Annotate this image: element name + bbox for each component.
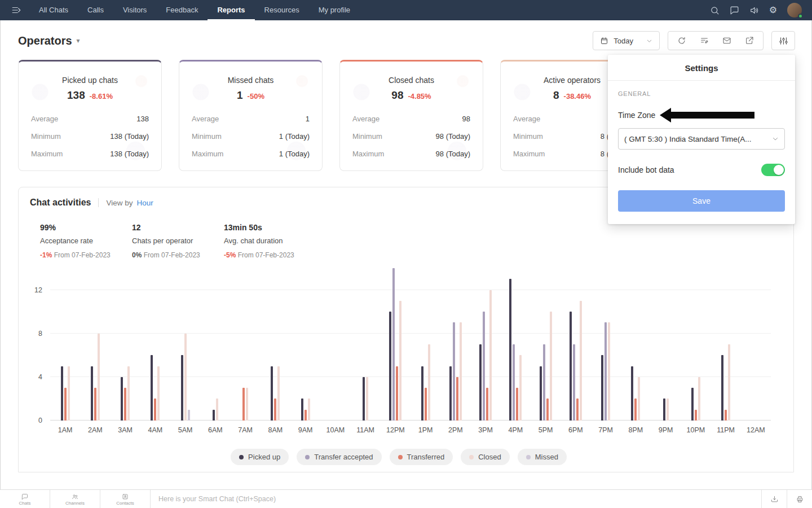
bar-transferred [154, 398, 156, 421]
bar-group-7pm [591, 268, 621, 421]
printer-button[interactable] [787, 490, 812, 508]
nav-item-my-profile[interactable]: My profile [309, 0, 360, 20]
stat-card-closed-chats: Closed chats 98 -4.85% Average 98 Minimu… [339, 60, 483, 171]
card-row-value: 98 (Today) [436, 150, 470, 158]
email-button[interactable] [716, 32, 738, 50]
card-delta: -50% [248, 92, 264, 100]
bar-closed [127, 366, 130, 421]
card-value: 138 [67, 89, 85, 102]
legend-closed[interactable]: Closed [461, 449, 509, 465]
report-selector[interactable]: Operators ▾ [18, 34, 80, 47]
kpi-delta: -1% From 07-Feb-2023 [40, 251, 132, 259]
save-button[interactable]: Save [618, 190, 785, 212]
bar-transferred [242, 388, 245, 421]
bar-closed [98, 334, 100, 421]
x-tick-label: 11PM [711, 426, 741, 434]
x-tick-label: 1PM [411, 426, 440, 434]
speaker-icon[interactable] [749, 6, 759, 15]
date-filter-button[interactable]: Today [593, 31, 660, 50]
x-tick-label: 12AM [741, 426, 771, 434]
refresh-button[interactable] [670, 32, 693, 50]
include-bot-data-toggle[interactable] [761, 164, 785, 176]
legend-missed[interactable]: Missed [518, 449, 567, 465]
bar-group-8am [261, 268, 290, 421]
nav-item-feedback[interactable]: Feedback [156, 0, 208, 20]
timezone-select[interactable]: ( GMT 5:30 ) India Standard Time(A... [618, 128, 785, 150]
chat-icon[interactable] [730, 6, 739, 15]
bottombar-tab-chats[interactable]: Chats [0, 490, 50, 508]
view-by-hour-link[interactable]: Hour [137, 199, 153, 207]
nav-item-visitors[interactable]: Visitors [113, 0, 156, 20]
bar-picked-up [151, 355, 153, 421]
bar-picked-up [721, 355, 723, 421]
card-row: Maximum 138 (Today) [31, 150, 149, 158]
bottombar-tab-channels[interactable]: Channels [50, 490, 100, 508]
chevron-down-icon: ▾ [77, 37, 80, 45]
kpi-delta-value: -5% [224, 251, 236, 259]
bar-group-11pm [711, 268, 741, 421]
bar-group-10pm [681, 268, 710, 421]
bar-transfer-accepted [483, 312, 485, 421]
card-row-value: 138 [136, 115, 149, 123]
bar-picked-up [421, 366, 423, 421]
chart-x-axis: 1AM2AM3AM4AM5AM6AM7AM8AM9AM10AM11AM12PM1… [50, 426, 771, 434]
legend-transferred[interactable]: Transferred [390, 449, 453, 465]
card-row-value: 1 [306, 115, 310, 123]
bar-transferred [274, 398, 276, 421]
legend-dot [398, 455, 403, 459]
nav-item-resources[interactable]: Resources [255, 0, 309, 20]
bar-transfer-accepted [513, 344, 515, 421]
bar-transferred [695, 410, 697, 421]
bar-group-5pm [531, 268, 561, 421]
bottom-bar: Chats Channels Contacts [0, 489, 812, 508]
gear-icon[interactable]: ⚙ [769, 6, 777, 15]
bar-closed [638, 377, 640, 421]
nav-item-reports[interactable]: Reports [208, 0, 254, 20]
legend-dot [305, 455, 310, 459]
legend-label: Closed [478, 453, 501, 461]
report-settings-button[interactable] [771, 31, 795, 50]
bar-picked-up [540, 366, 542, 421]
legend-picked-up[interactable]: Picked up [231, 449, 289, 465]
x-tick-label: 10PM [681, 426, 710, 434]
bar-closed [68, 366, 70, 421]
bar-closed [399, 301, 401, 421]
bar-picked-up [213, 410, 215, 421]
filter-button[interactable] [693, 32, 716, 50]
x-tick-label: 7PM [591, 426, 621, 434]
bar-closed [460, 322, 462, 421]
bar-group-2am [80, 268, 110, 421]
bottombar-tab-label: Chats [19, 501, 31, 506]
chevron-down-icon [646, 38, 652, 44]
annotation-arrow [660, 108, 754, 122]
legend-dot [469, 455, 474, 459]
card-value: 98 [391, 89, 403, 102]
bar-group-8pm [621, 268, 651, 421]
date-filter-value: Today [614, 37, 633, 45]
legend-transfer-accepted[interactable]: Transfer accepted [297, 449, 381, 465]
x-tick-label: 6PM [561, 426, 590, 434]
download-tray-button[interactable] [761, 490, 787, 508]
search-icon[interactable] [710, 6, 720, 15]
export-button[interactable] [738, 32, 761, 50]
bottombar-tab-contacts[interactable]: Contacts [100, 490, 151, 508]
nav-item-all-chats[interactable]: All Chats [29, 0, 78, 20]
card-row-label: Maximum [192, 150, 223, 158]
report-toolbar: Today [593, 31, 795, 50]
smart-chat-input[interactable] [151, 490, 761, 508]
bar-picked-up [601, 355, 603, 421]
x-tick-label: 8AM [261, 426, 290, 434]
page-header: Operators ▾ Today [0, 20, 812, 60]
card-delta: -38.46% [564, 92, 591, 100]
channels-icon [72, 493, 78, 500]
avatar[interactable] [787, 3, 802, 17]
card-row-label: Maximum [513, 150, 545, 158]
top-navigation: All Chats Calls Visitors Feedback Report… [0, 0, 812, 20]
menu-expand-icon[interactable] [11, 5, 21, 15]
bar-closed [698, 377, 700, 421]
card-row: Maximum 98 (Today) [352, 150, 470, 158]
x-tick-label: 9AM [290, 426, 320, 434]
bar-group-4am [140, 268, 170, 421]
nav-item-calls[interactable]: Calls [78, 0, 113, 20]
bar-group-3am [111, 268, 140, 421]
